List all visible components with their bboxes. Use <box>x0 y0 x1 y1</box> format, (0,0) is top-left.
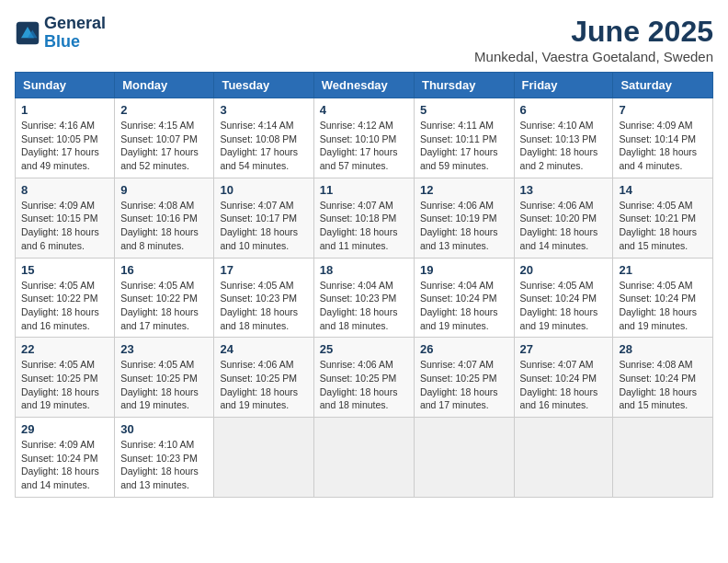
day-info: Sunrise: 4:06 AMSunset: 10:25 PMDaylight… <box>320 358 408 412</box>
calendar-cell: 7Sunrise: 4:09 AMSunset: 10:14 PMDayligh… <box>613 98 713 178</box>
day-info: Sunrise: 4:09 AMSunset: 10:14 PMDaylight… <box>619 119 707 173</box>
calendar-cell: 20Sunrise: 4:05 AMSunset: 10:24 PMDaylig… <box>514 258 613 338</box>
calendar-cell: 26Sunrise: 4:07 AMSunset: 10:25 PMDaylig… <box>414 338 514 418</box>
weekday-header: Thursday <box>414 73 514 98</box>
day-info: Sunrise: 4:14 AMSunset: 10:08 PMDaylight… <box>220 119 307 173</box>
weekday-header: Friday <box>514 73 613 98</box>
day-info: Sunrise: 4:07 AMSunset: 10:25 PMDaylight… <box>420 358 508 412</box>
day-number: 29 <box>21 422 108 436</box>
day-number: 2 <box>120 103 208 117</box>
calendar-cell: 3Sunrise: 4:14 AMSunset: 10:08 PMDayligh… <box>214 98 313 178</box>
calendar-cell: 4Sunrise: 4:12 AMSunset: 10:10 PMDayligh… <box>313 98 414 178</box>
calendar-cell: 22Sunrise: 4:05 AMSunset: 10:25 PMDaylig… <box>16 338 115 418</box>
logo: General Blue <box>15 15 106 52</box>
day-info: Sunrise: 4:05 AMSunset: 10:23 PMDaylight… <box>220 279 307 333</box>
title-area: June 2025 Munkedal, Vaestra Goetaland, S… <box>474 15 713 64</box>
day-info: Sunrise: 4:07 AMSunset: 10:24 PMDaylight… <box>520 358 608 412</box>
day-info: Sunrise: 4:10 AMSunset: 10:13 PMDaylight… <box>520 119 608 173</box>
calendar-cell: 10Sunrise: 4:07 AMSunset: 10:17 PMDaylig… <box>214 178 313 258</box>
day-number: 5 <box>420 103 508 117</box>
logo-line1: General <box>44 15 106 33</box>
day-number: 14 <box>619 183 707 197</box>
day-info: Sunrise: 4:04 AMSunset: 10:24 PMDaylight… <box>420 279 508 333</box>
day-info: Sunrise: 4:05 AMSunset: 10:25 PMDaylight… <box>120 358 208 412</box>
calendar-cell: 27Sunrise: 4:07 AMSunset: 10:24 PMDaylig… <box>514 338 613 418</box>
day-number: 30 <box>120 422 208 436</box>
day-number: 16 <box>120 263 208 277</box>
day-number: 3 <box>220 103 307 117</box>
calendar-cell: 21Sunrise: 4:05 AMSunset: 10:24 PMDaylig… <box>613 258 713 338</box>
calendar-cell: 14Sunrise: 4:05 AMSunset: 10:21 PMDaylig… <box>613 178 713 258</box>
day-number: 25 <box>320 342 408 356</box>
calendar-cell: 13Sunrise: 4:06 AMSunset: 10:20 PMDaylig… <box>514 178 613 258</box>
calendar-week-row: 1Sunrise: 4:16 AMSunset: 10:05 PMDayligh… <box>16 98 713 178</box>
calendar-week-row: 29Sunrise: 4:09 AMSunset: 10:24 PMDaylig… <box>16 418 713 498</box>
day-number: 18 <box>320 263 408 277</box>
day-number: 7 <box>619 103 707 117</box>
weekday-header: Wednesday <box>313 73 414 98</box>
location-title: Munkedal, Vaestra Goetaland, Sweden <box>474 49 713 64</box>
calendar-cell <box>514 418 613 498</box>
calendar-cell: 15Sunrise: 4:05 AMSunset: 10:22 PMDaylig… <box>16 258 115 338</box>
day-info: Sunrise: 4:10 AMSunset: 10:23 PMDaylight… <box>120 438 208 492</box>
day-info: Sunrise: 4:16 AMSunset: 10:05 PMDaylight… <box>21 119 108 173</box>
calendar-week-row: 22Sunrise: 4:05 AMSunset: 10:25 PMDaylig… <box>16 338 713 418</box>
day-number: 19 <box>420 263 508 277</box>
logo-text: General Blue <box>44 15 106 52</box>
day-info: Sunrise: 4:05 AMSunset: 10:22 PMDaylight… <box>120 279 208 333</box>
day-number: 21 <box>619 263 707 277</box>
calendar-cell: 23Sunrise: 4:05 AMSunset: 10:25 PMDaylig… <box>115 338 214 418</box>
calendar-cell: 25Sunrise: 4:06 AMSunset: 10:25 PMDaylig… <box>313 338 414 418</box>
weekday-header: Sunday <box>16 73 115 98</box>
calendar-header-row: SundayMondayTuesdayWednesdayThursdayFrid… <box>16 73 713 98</box>
day-info: Sunrise: 4:05 AMSunset: 10:21 PMDaylight… <box>619 199 707 253</box>
day-number: 13 <box>520 183 608 197</box>
logo-line2: Blue <box>44 33 106 52</box>
calendar-week-row: 15Sunrise: 4:05 AMSunset: 10:22 PMDaylig… <box>16 258 713 338</box>
day-info: Sunrise: 4:05 AMSunset: 10:24 PMDaylight… <box>619 279 707 333</box>
day-info: Sunrise: 4:15 AMSunset: 10:07 PMDaylight… <box>120 119 208 173</box>
day-info: Sunrise: 4:08 AMSunset: 10:16 PMDaylight… <box>120 199 208 253</box>
day-info: Sunrise: 4:04 AMSunset: 10:23 PMDaylight… <box>320 279 408 333</box>
calendar-cell: 9Sunrise: 4:08 AMSunset: 10:16 PMDayligh… <box>115 178 214 258</box>
day-number: 15 <box>21 263 108 277</box>
day-info: Sunrise: 4:06 AMSunset: 10:19 PMDaylight… <box>420 199 508 253</box>
day-info: Sunrise: 4:11 AMSunset: 10:11 PMDaylight… <box>420 119 508 173</box>
weekday-header: Monday <box>115 73 214 98</box>
calendar-cell: 5Sunrise: 4:11 AMSunset: 10:11 PMDayligh… <box>414 98 514 178</box>
day-number: 27 <box>520 342 608 356</box>
day-number: 8 <box>21 183 108 197</box>
day-info: Sunrise: 4:09 AMSunset: 10:24 PMDaylight… <box>21 438 108 492</box>
day-info: Sunrise: 4:12 AMSunset: 10:10 PMDaylight… <box>320 119 408 173</box>
day-info: Sunrise: 4:07 AMSunset: 10:18 PMDaylight… <box>320 199 408 253</box>
day-info: Sunrise: 4:08 AMSunset: 10:24 PMDaylight… <box>619 358 707 412</box>
calendar-cell: 17Sunrise: 4:05 AMSunset: 10:23 PMDaylig… <box>214 258 313 338</box>
calendar-cell: 12Sunrise: 4:06 AMSunset: 10:19 PMDaylig… <box>414 178 514 258</box>
day-number: 1 <box>21 103 108 117</box>
header: General Blue June 2025 Munkedal, Vaestra… <box>15 15 713 64</box>
calendar-cell: 18Sunrise: 4:04 AMSunset: 10:23 PMDaylig… <box>313 258 414 338</box>
calendar-cell <box>414 418 514 498</box>
calendar-cell: 1Sunrise: 4:16 AMSunset: 10:05 PMDayligh… <box>16 98 115 178</box>
day-number: 4 <box>320 103 408 117</box>
calendar-cell <box>313 418 414 498</box>
day-number: 20 <box>520 263 608 277</box>
calendar-week-row: 8Sunrise: 4:09 AMSunset: 10:15 PMDayligh… <box>16 178 713 258</box>
calendar-cell: 2Sunrise: 4:15 AMSunset: 10:07 PMDayligh… <box>115 98 214 178</box>
calendar-cell <box>613 418 713 498</box>
calendar-cell: 19Sunrise: 4:04 AMSunset: 10:24 PMDaylig… <box>414 258 514 338</box>
calendar-cell: 11Sunrise: 4:07 AMSunset: 10:18 PMDaylig… <box>313 178 414 258</box>
day-number: 23 <box>120 342 208 356</box>
calendar-cell: 29Sunrise: 4:09 AMSunset: 10:24 PMDaylig… <box>16 418 115 498</box>
month-title: June 2025 <box>474 15 713 49</box>
calendar-cell: 8Sunrise: 4:09 AMSunset: 10:15 PMDayligh… <box>16 178 115 258</box>
day-number: 12 <box>420 183 508 197</box>
day-info: Sunrise: 4:06 AMSunset: 10:25 PMDaylight… <box>220 358 307 412</box>
day-info: Sunrise: 4:05 AMSunset: 10:22 PMDaylight… <box>21 279 108 333</box>
calendar: SundayMondayTuesdayWednesdayThursdayFrid… <box>15 72 713 498</box>
calendar-cell <box>214 418 313 498</box>
calendar-cell: 16Sunrise: 4:05 AMSunset: 10:22 PMDaylig… <box>115 258 214 338</box>
calendar-cell: 24Sunrise: 4:06 AMSunset: 10:25 PMDaylig… <box>214 338 313 418</box>
day-info: Sunrise: 4:09 AMSunset: 10:15 PMDaylight… <box>21 199 108 253</box>
day-number: 9 <box>120 183 208 197</box>
